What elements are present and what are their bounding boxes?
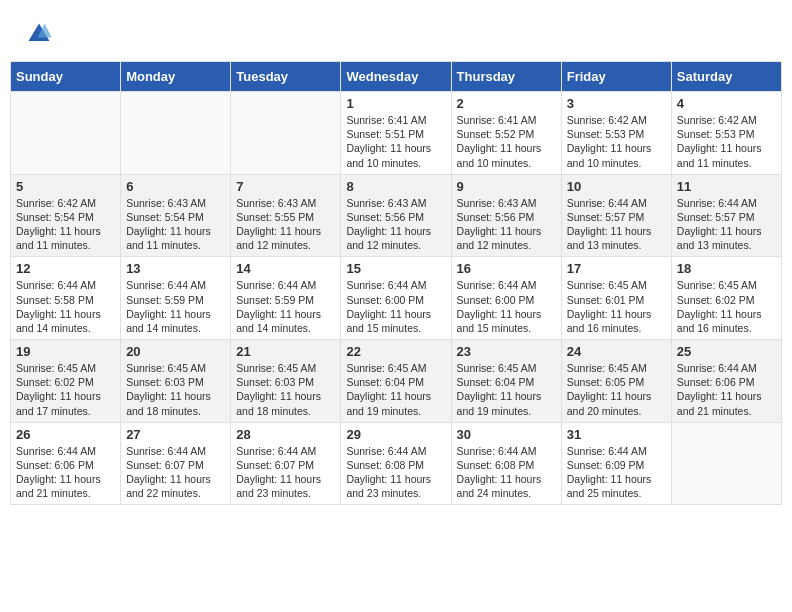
day-info: Sunrise: 6:45 AMSunset: 6:02 PMDaylight:…: [677, 278, 776, 335]
calendar-cell: 10Sunrise: 6:44 AMSunset: 5:57 PMDayligh…: [561, 174, 671, 257]
calendar-week-row: 5Sunrise: 6:42 AMSunset: 5:54 PMDaylight…: [11, 174, 782, 257]
day-info: Sunrise: 6:44 AMSunset: 6:08 PMDaylight:…: [346, 444, 445, 501]
day-number: 11: [677, 179, 776, 194]
day-number: 25: [677, 344, 776, 359]
calendar-cell: 6Sunrise: 6:43 AMSunset: 5:54 PMDaylight…: [121, 174, 231, 257]
day-number: 14: [236, 261, 335, 276]
day-info: Sunrise: 6:44 AMSunset: 6:07 PMDaylight:…: [126, 444, 225, 501]
calendar-cell: 15Sunrise: 6:44 AMSunset: 6:00 PMDayligh…: [341, 257, 451, 340]
calendar-cell: 22Sunrise: 6:45 AMSunset: 6:04 PMDayligh…: [341, 340, 451, 423]
calendar-cell: 14Sunrise: 6:44 AMSunset: 5:59 PMDayligh…: [231, 257, 341, 340]
calendar-header-sunday: Sunday: [11, 62, 121, 92]
day-number: 5: [16, 179, 115, 194]
calendar-cell: 7Sunrise: 6:43 AMSunset: 5:55 PMDaylight…: [231, 174, 341, 257]
day-info: Sunrise: 6:43 AMSunset: 5:54 PMDaylight:…: [126, 196, 225, 253]
calendar-header-saturday: Saturday: [671, 62, 781, 92]
day-number: 21: [236, 344, 335, 359]
day-number: 23: [457, 344, 556, 359]
day-info: Sunrise: 6:45 AMSunset: 6:04 PMDaylight:…: [457, 361, 556, 418]
calendar-table: SundayMondayTuesdayWednesdayThursdayFrid…: [10, 61, 782, 505]
calendar-week-row: 1Sunrise: 6:41 AMSunset: 5:51 PMDaylight…: [11, 92, 782, 175]
day-info: Sunrise: 6:42 AMSunset: 5:53 PMDaylight:…: [567, 113, 666, 170]
calendar-cell: [231, 92, 341, 175]
logo-icon: [25, 20, 53, 48]
calendar-week-row: 26Sunrise: 6:44 AMSunset: 6:06 PMDayligh…: [11, 422, 782, 505]
day-info: Sunrise: 6:41 AMSunset: 5:52 PMDaylight:…: [457, 113, 556, 170]
calendar-cell: 30Sunrise: 6:44 AMSunset: 6:08 PMDayligh…: [451, 422, 561, 505]
calendar-cell: 3Sunrise: 6:42 AMSunset: 5:53 PMDaylight…: [561, 92, 671, 175]
day-number: 15: [346, 261, 445, 276]
calendar-cell: 29Sunrise: 6:44 AMSunset: 6:08 PMDayligh…: [341, 422, 451, 505]
day-number: 20: [126, 344, 225, 359]
page-header: [10, 10, 782, 53]
day-info: Sunrise: 6:45 AMSunset: 6:01 PMDaylight:…: [567, 278, 666, 335]
calendar-cell: [121, 92, 231, 175]
day-number: 22: [346, 344, 445, 359]
day-number: 2: [457, 96, 556, 111]
day-number: 19: [16, 344, 115, 359]
day-info: Sunrise: 6:43 AMSunset: 5:56 PMDaylight:…: [346, 196, 445, 253]
calendar-cell: 5Sunrise: 6:42 AMSunset: 5:54 PMDaylight…: [11, 174, 121, 257]
calendar-cell: 24Sunrise: 6:45 AMSunset: 6:05 PMDayligh…: [561, 340, 671, 423]
day-info: Sunrise: 6:45 AMSunset: 6:04 PMDaylight:…: [346, 361, 445, 418]
calendar-cell: 13Sunrise: 6:44 AMSunset: 5:59 PMDayligh…: [121, 257, 231, 340]
day-info: Sunrise: 6:42 AMSunset: 5:53 PMDaylight:…: [677, 113, 776, 170]
day-info: Sunrise: 6:45 AMSunset: 6:03 PMDaylight:…: [236, 361, 335, 418]
calendar-cell: 1Sunrise: 6:41 AMSunset: 5:51 PMDaylight…: [341, 92, 451, 175]
day-number: 26: [16, 427, 115, 442]
calendar-cell: 20Sunrise: 6:45 AMSunset: 6:03 PMDayligh…: [121, 340, 231, 423]
day-number: 1: [346, 96, 445, 111]
day-number: 10: [567, 179, 666, 194]
day-number: 28: [236, 427, 335, 442]
calendar-cell: [671, 422, 781, 505]
day-info: Sunrise: 6:44 AMSunset: 6:09 PMDaylight:…: [567, 444, 666, 501]
calendar-cell: 12Sunrise: 6:44 AMSunset: 5:58 PMDayligh…: [11, 257, 121, 340]
calendar-cell: [11, 92, 121, 175]
day-number: 3: [567, 96, 666, 111]
day-info: Sunrise: 6:44 AMSunset: 5:57 PMDaylight:…: [567, 196, 666, 253]
logo: [25, 20, 57, 48]
day-number: 8: [346, 179, 445, 194]
day-number: 30: [457, 427, 556, 442]
day-info: Sunrise: 6:41 AMSunset: 5:51 PMDaylight:…: [346, 113, 445, 170]
calendar-cell: 4Sunrise: 6:42 AMSunset: 5:53 PMDaylight…: [671, 92, 781, 175]
day-number: 4: [677, 96, 776, 111]
day-info: Sunrise: 6:44 AMSunset: 5:57 PMDaylight:…: [677, 196, 776, 253]
calendar-cell: 27Sunrise: 6:44 AMSunset: 6:07 PMDayligh…: [121, 422, 231, 505]
day-info: Sunrise: 6:45 AMSunset: 6:05 PMDaylight:…: [567, 361, 666, 418]
day-info: Sunrise: 6:44 AMSunset: 6:00 PMDaylight:…: [457, 278, 556, 335]
day-number: 12: [16, 261, 115, 276]
calendar-cell: 2Sunrise: 6:41 AMSunset: 5:52 PMDaylight…: [451, 92, 561, 175]
day-number: 13: [126, 261, 225, 276]
calendar-cell: 16Sunrise: 6:44 AMSunset: 6:00 PMDayligh…: [451, 257, 561, 340]
day-number: 18: [677, 261, 776, 276]
day-info: Sunrise: 6:44 AMSunset: 6:00 PMDaylight:…: [346, 278, 445, 335]
calendar-cell: 8Sunrise: 6:43 AMSunset: 5:56 PMDaylight…: [341, 174, 451, 257]
day-number: 31: [567, 427, 666, 442]
calendar-header-row: SundayMondayTuesdayWednesdayThursdayFrid…: [11, 62, 782, 92]
calendar-cell: 17Sunrise: 6:45 AMSunset: 6:01 PMDayligh…: [561, 257, 671, 340]
day-info: Sunrise: 6:44 AMSunset: 6:07 PMDaylight:…: [236, 444, 335, 501]
calendar-header-monday: Monday: [121, 62, 231, 92]
day-info: Sunrise: 6:43 AMSunset: 5:55 PMDaylight:…: [236, 196, 335, 253]
calendar-cell: 28Sunrise: 6:44 AMSunset: 6:07 PMDayligh…: [231, 422, 341, 505]
day-number: 7: [236, 179, 335, 194]
day-info: Sunrise: 6:44 AMSunset: 6:08 PMDaylight:…: [457, 444, 556, 501]
calendar-cell: 31Sunrise: 6:44 AMSunset: 6:09 PMDayligh…: [561, 422, 671, 505]
day-number: 24: [567, 344, 666, 359]
day-number: 27: [126, 427, 225, 442]
day-info: Sunrise: 6:42 AMSunset: 5:54 PMDaylight:…: [16, 196, 115, 253]
day-number: 9: [457, 179, 556, 194]
day-number: 16: [457, 261, 556, 276]
day-info: Sunrise: 6:44 AMSunset: 6:06 PMDaylight:…: [677, 361, 776, 418]
day-info: Sunrise: 6:45 AMSunset: 6:03 PMDaylight:…: [126, 361, 225, 418]
calendar-cell: 19Sunrise: 6:45 AMSunset: 6:02 PMDayligh…: [11, 340, 121, 423]
calendar-cell: 25Sunrise: 6:44 AMSunset: 6:06 PMDayligh…: [671, 340, 781, 423]
calendar-cell: 11Sunrise: 6:44 AMSunset: 5:57 PMDayligh…: [671, 174, 781, 257]
calendar-cell: 23Sunrise: 6:45 AMSunset: 6:04 PMDayligh…: [451, 340, 561, 423]
day-info: Sunrise: 6:44 AMSunset: 5:59 PMDaylight:…: [126, 278, 225, 335]
calendar-header-wednesday: Wednesday: [341, 62, 451, 92]
day-info: Sunrise: 6:44 AMSunset: 5:58 PMDaylight:…: [16, 278, 115, 335]
day-info: Sunrise: 6:43 AMSunset: 5:56 PMDaylight:…: [457, 196, 556, 253]
day-info: Sunrise: 6:44 AMSunset: 6:06 PMDaylight:…: [16, 444, 115, 501]
